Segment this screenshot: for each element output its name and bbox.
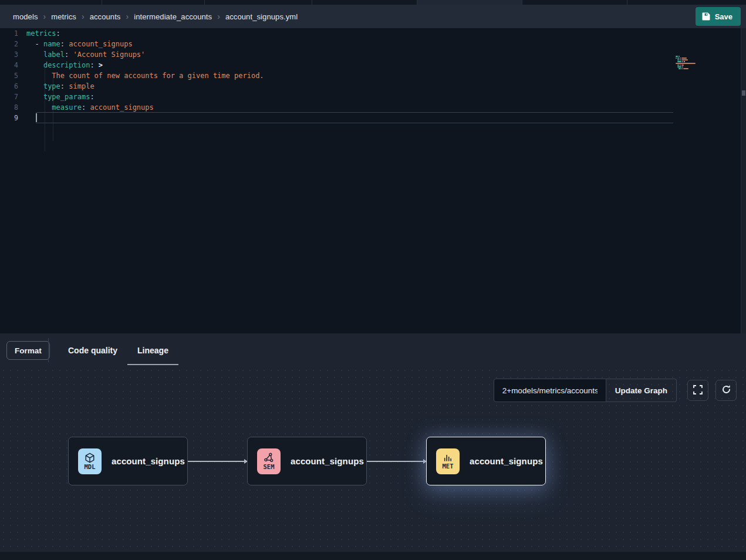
- expand-corners-icon: [693, 385, 703, 396]
- active-line-highlight: [36, 112, 673, 123]
- bottom-panel: Format Code qualityLineage Update Graph …: [0, 333, 746, 560]
- code-text: - name: account_signups: [26, 39, 133, 49]
- tabbar-divider: [48, 338, 49, 362]
- lineage-node-sem[interactable]: SEMaccount_signups: [247, 437, 367, 485]
- line-number: 2: [0, 39, 26, 49]
- code-text: type_params:: [26, 92, 94, 102]
- breadcrumb-item[interactable]: intermediate_accounts: [134, 12, 212, 21]
- editor-scrollbar[interactable]: [741, 28, 746, 333]
- line-number: 6: [0, 81, 26, 92]
- breadcrumb-item: account_signups.yml: [225, 12, 298, 21]
- line-number: 8: [0, 102, 26, 113]
- bars-icon: [443, 453, 453, 463]
- code-text: label: 'Account Signups': [26, 49, 145, 60]
- app-window: models›metrics›accounts›intermediate_acc…: [0, 0, 746, 560]
- save-label: Save: [715, 12, 733, 21]
- code-text: description: >: [26, 60, 103, 70]
- code-line[interactable]: 5 The count of new accounts for a given …: [0, 70, 746, 81]
- cube-icon: [85, 453, 95, 463]
- line-number: 1: [0, 28, 26, 39]
- node-label: account_signups: [470, 456, 543, 466]
- line-number: 4: [0, 60, 26, 70]
- lineage-edge: [188, 461, 247, 462]
- code-line[interactable]: 8 measure: account_signups: [0, 102, 746, 113]
- panel-tab-lineage[interactable]: Lineage: [127, 333, 178, 367]
- panel-tabbar: Format Code qualityLineage: [0, 333, 746, 367]
- code-text: measure: account_signups: [26, 102, 154, 113]
- code-line[interactable]: 1metrics:: [0, 28, 746, 39]
- top-tab[interactable]: [0, 0, 102, 5]
- refresh-button[interactable]: [715, 380, 737, 401]
- top-tab[interactable]: [205, 0, 312, 5]
- lineage-node-met[interactable]: METaccount_signups: [426, 437, 546, 485]
- panel-tab-label: Code quality: [68, 346, 117, 355]
- node-type-badge: MDL: [78, 448, 102, 474]
- top-tab[interactable]: [627, 0, 746, 5]
- fullscreen-button[interactable]: [687, 380, 708, 401]
- code-line[interactable]: 7 type_params:: [0, 92, 746, 102]
- graph-icon: [264, 453, 274, 463]
- code-text: metrics:: [26, 28, 60, 39]
- minimap[interactable]: [676, 56, 711, 72]
- breadcrumb-item[interactable]: accounts: [90, 12, 121, 21]
- code-editor[interactable]: 1metrics:2 - name: account_signups3 labe…: [0, 28, 746, 333]
- node-type-label: MDL: [85, 464, 96, 470]
- node-label: account_signups: [291, 456, 364, 466]
- code-text: The count of new accounts for a given ti…: [26, 70, 264, 81]
- code-line[interactable]: 6 type: simple: [0, 81, 746, 92]
- indent-guide: [45, 67, 45, 151]
- node-type-label: MET: [443, 463, 454, 470]
- save-button[interactable]: Save: [696, 7, 741, 26]
- code-line[interactable]: 4 description: >: [0, 60, 746, 70]
- node-label: account_signups: [112, 456, 185, 466]
- update-graph-button[interactable]: Update Graph: [606, 379, 677, 402]
- save-icon: [702, 12, 710, 21]
- lineage-node-mdl[interactable]: MDLaccount_signups: [68, 437, 188, 485]
- breadcrumb-item[interactable]: models: [13, 12, 38, 21]
- top-tab[interactable]: [522, 0, 627, 5]
- top-tab[interactable]: [312, 0, 417, 5]
- active-tab-underline: [58, 364, 127, 365]
- lineage-edge: [367, 461, 426, 462]
- top-tab[interactable]: [417, 0, 522, 5]
- lineage-canvas[interactable]: Update Graph MDLaccount_signupsSEMaccoun…: [0, 367, 746, 552]
- chevron-right-icon: ›: [43, 12, 46, 21]
- node-type-label: SEM: [264, 464, 275, 470]
- breadcrumb: models›metrics›accounts›intermediate_acc…: [13, 12, 298, 21]
- line-number: 9: [0, 113, 26, 123]
- refresh-icon: [721, 384, 731, 396]
- top-tab[interactable]: [102, 0, 205, 5]
- panel-tab-label: Lineage: [137, 346, 168, 355]
- format-button[interactable]: Format: [6, 341, 50, 360]
- line-number: 7: [0, 92, 26, 102]
- node-type-badge: SEM: [257, 448, 281, 474]
- node-type-badge: MET: [436, 448, 460, 474]
- scrollbar-thumb[interactable]: [742, 90, 745, 96]
- code-line[interactable]: 3 label: 'Account Signups': [0, 49, 746, 60]
- lineage-selector-group: Update Graph: [494, 379, 677, 402]
- breadcrumb-item[interactable]: metrics: [51, 12, 76, 21]
- active-tab-underline: [127, 364, 178, 365]
- chevron-right-icon: ›: [126, 12, 129, 21]
- chevron-right-icon: ›: [217, 12, 220, 21]
- lineage-filter-input[interactable]: [494, 379, 606, 402]
- line-number: 5: [0, 70, 26, 81]
- breadcrumb-bar: models›metrics›accounts›intermediate_acc…: [0, 5, 746, 28]
- code-text: type: simple: [26, 81, 94, 92]
- lineage-controls: Update Graph: [494, 379, 737, 402]
- line-number: 3: [0, 49, 26, 60]
- panel-tab-code-quality[interactable]: Code quality: [58, 333, 127, 367]
- top-tab-strip: [0, 0, 746, 5]
- code-line[interactable]: 2 - name: account_signups: [0, 39, 746, 49]
- indent-guide: [53, 77, 53, 141]
- chevron-right-icon: ›: [82, 12, 85, 21]
- panel-footer: [0, 552, 746, 560]
- text-cursor: [36, 113, 37, 122]
